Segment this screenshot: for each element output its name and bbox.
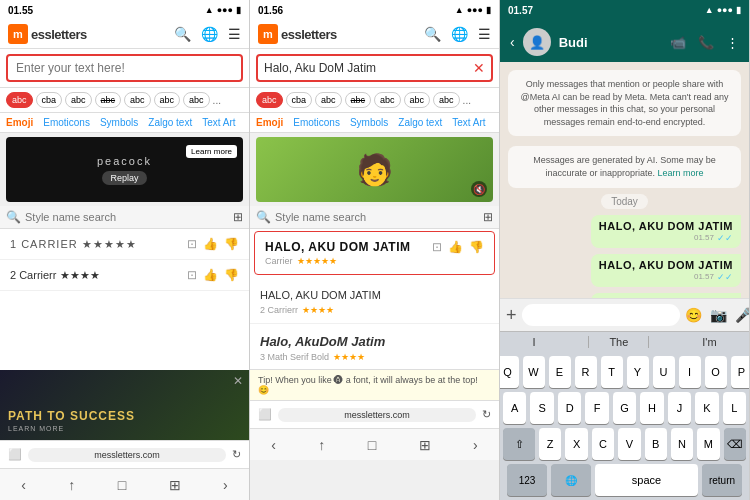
kb-shift[interactable]: ⇧ [503, 428, 535, 460]
kb-b[interactable]: B [645, 428, 667, 460]
kb-t[interactable]: T [601, 356, 623, 388]
kb-h[interactable]: H [640, 392, 663, 424]
cat-symbols-2[interactable]: Symbols [350, 117, 388, 128]
emoji-icon[interactable]: 😊 [685, 307, 702, 323]
kb-globe[interactable]: 🌐 [551, 464, 591, 496]
nav-tabs-2[interactable]: ⊞ [419, 437, 431, 453]
browser-icon-1[interactable]: ⬜ [8, 448, 22, 461]
call-icon[interactable]: 📞 [698, 35, 714, 50]
kb-i[interactable]: I [679, 356, 701, 388]
nav-back-2[interactable]: ‹ [271, 437, 276, 453]
search-icon-1[interactable]: 🔍 [174, 26, 191, 42]
nav-forward-1[interactable]: › [223, 477, 228, 493]
globe-icon-2[interactable]: 🌐 [451, 26, 468, 42]
nav-back-1[interactable]: ‹ [21, 477, 26, 493]
cat-emoticons-2[interactable]: Emoticons [293, 117, 340, 128]
kb-z[interactable]: Z [539, 428, 561, 460]
kb-n[interactable]: N [671, 428, 693, 460]
kb-g[interactable]: G [613, 392, 636, 424]
kb-y[interactable]: Y [627, 356, 649, 388]
nav-tabs-1[interactable]: ⊞ [169, 477, 181, 493]
nav-bookmarks-2[interactable]: □ [368, 437, 376, 453]
kb-123[interactable]: 123 [507, 464, 547, 496]
kb-return[interactable]: return [702, 464, 742, 496]
style-search-2[interactable] [275, 211, 479, 223]
clear-input-icon[interactable]: ✕ [473, 60, 485, 76]
style-tab-strike-1[interactable]: abc [95, 92, 122, 108]
filter-icon-1[interactable]: ⊞ [233, 210, 243, 224]
style-tab-cba-1[interactable]: cba [36, 92, 63, 108]
ad-cta-1[interactable]: LEARN MORE [8, 425, 135, 432]
dislike-icon-2[interactable]: 👎 [224, 268, 239, 282]
cat-zalgo-1[interactable]: Zalgo text [148, 117, 192, 128]
style-tab-p2-3[interactable]: abc [315, 92, 342, 108]
style-tab-p2-5[interactable]: abc [374, 92, 401, 108]
copy-icon-1[interactable]: ⊡ [187, 237, 197, 251]
suggest-2[interactable]: The [588, 336, 649, 348]
kb-s[interactable]: S [530, 392, 553, 424]
dislike-icon-1[interactable]: 👎 [224, 237, 239, 251]
more-tabs-icon-2[interactable]: ... [463, 92, 471, 108]
ad-close-icon-1[interactable]: ✕ [233, 374, 243, 388]
cat-zalgo-2[interactable]: Zalgo text [398, 117, 442, 128]
kb-space[interactable]: space [595, 464, 698, 496]
style-tab-p2-2[interactable]: cba [286, 92, 313, 108]
cat-emoji-1[interactable]: Emoji [6, 117, 33, 128]
search-icon-3[interactable]: 🔍 [424, 26, 441, 42]
kb-j[interactable]: J [668, 392, 691, 424]
kb-l[interactable]: L [723, 392, 746, 424]
style-tab-p2-7[interactable]: abc [433, 92, 460, 108]
suggest-1[interactable]: I [532, 336, 535, 348]
copy-icon-2[interactable]: ⊡ [187, 268, 197, 282]
kb-f[interactable]: F [585, 392, 608, 424]
plus-icon[interactable]: + [506, 305, 517, 326]
mic-icon[interactable]: 🎤 [735, 307, 750, 323]
browser-icon-2[interactable]: ⬜ [258, 408, 272, 421]
cat-symbols-1[interactable]: Symbols [100, 117, 138, 128]
cat-emoji-2[interactable]: Emoji [256, 117, 283, 128]
replay-btn[interactable]: Replay [102, 171, 146, 185]
kb-v[interactable]: V [618, 428, 640, 460]
style-search-1[interactable] [25, 211, 229, 223]
text-input-1[interactable] [6, 54, 243, 82]
like-icon-1[interactable]: 👍 [203, 237, 218, 251]
kb-x[interactable]: X [565, 428, 587, 460]
style-tab-abc-1[interactable]: abc [6, 92, 33, 108]
cat-emoticons-1[interactable]: Emoticons [43, 117, 90, 128]
wa-text-field[interactable] [522, 304, 680, 326]
cat-textart-2[interactable]: Text Art [452, 117, 485, 128]
style-tab-p2-4[interactable]: abc [345, 92, 372, 108]
style-tab-p2-6[interactable]: abc [404, 92, 431, 108]
style-tab-abc-2[interactable]: abc [65, 92, 92, 108]
refresh-icon-2[interactable]: ↻ [482, 408, 491, 421]
nav-bookmarks-1[interactable]: □ [118, 477, 126, 493]
kb-q[interactable]: Q [500, 356, 519, 388]
kb-k[interactable]: K [695, 392, 718, 424]
mute-icon[interactable]: 🔇 [471, 181, 487, 197]
more-icon[interactable]: ⋮ [726, 35, 739, 50]
menu-icon-2[interactable]: ☰ [478, 26, 491, 42]
kb-d[interactable]: D [558, 392, 581, 424]
more-tabs-icon[interactable]: ... [213, 92, 221, 108]
learn-more-btn-1[interactable]: Learn more [186, 145, 237, 158]
kb-e[interactable]: E [549, 356, 571, 388]
menu-icon-1[interactable]: ☰ [228, 26, 241, 42]
dislike-icon-h[interactable]: 👎 [469, 240, 484, 254]
copy-icon-h[interactable]: ⊡ [432, 240, 442, 254]
nav-share-2[interactable]: ↑ [318, 437, 325, 453]
kb-c[interactable]: C [592, 428, 614, 460]
kb-u[interactable]: U [653, 356, 675, 388]
camera-icon[interactable]: 📷 [710, 307, 727, 323]
kb-p[interactable]: P [731, 356, 751, 388]
suggest-3[interactable]: I'm [702, 336, 716, 348]
video-call-icon[interactable]: 📹 [670, 35, 686, 50]
refresh-icon-1[interactable]: ↻ [232, 448, 241, 461]
globe-icon-1[interactable]: 🌐 [201, 26, 218, 42]
style-tab-abc-3[interactable]: abc [124, 92, 151, 108]
cat-textart-1[interactable]: Text Art [202, 117, 235, 128]
url-bar-2[interactable]: messletters.com [278, 408, 476, 422]
style-tab-abc-5[interactable]: abc [183, 92, 210, 108]
back-icon[interactable]: ‹ [510, 34, 515, 50]
kb-m[interactable]: M [697, 428, 719, 460]
kb-w[interactable]: W [523, 356, 545, 388]
